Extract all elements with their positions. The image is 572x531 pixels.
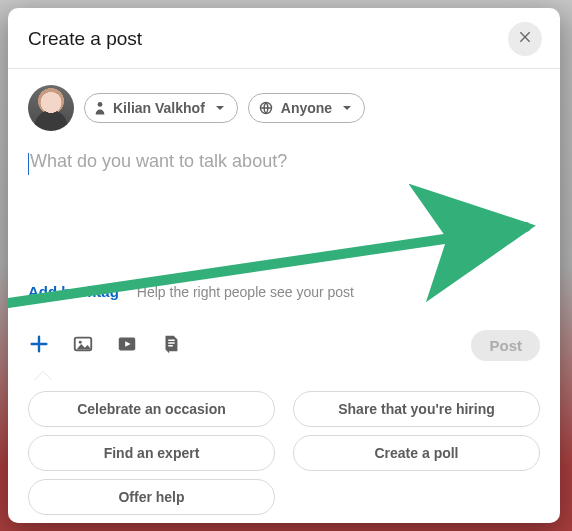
close-icon [517, 29, 533, 49]
person-icon [95, 101, 105, 115]
add-video-button[interactable] [116, 335, 138, 357]
hashtag-hint: Help the right people see your post [137, 284, 354, 300]
author-name: Kilian Valkhof [113, 100, 205, 116]
video-icon [116, 333, 138, 359]
audience-select[interactable]: Anyone [248, 93, 365, 123]
suggestion-chip[interactable]: Create a poll [293, 435, 540, 471]
popover-pointer [34, 372, 52, 381]
author-select[interactable]: Kilian Valkhof [84, 93, 238, 123]
text-caret [28, 153, 29, 175]
image-icon [72, 333, 94, 359]
add-document-button[interactable] [160, 335, 182, 357]
modal-header: Create a post [8, 8, 560, 69]
textarea-placeholder: What do you want to talk about? [30, 151, 287, 172]
media-icons [28, 335, 182, 357]
svg-point-4 [79, 340, 82, 343]
audience-label: Anyone [281, 100, 332, 116]
modal-title: Create a post [28, 28, 142, 50]
avatar [28, 85, 74, 131]
svg-point-0 [98, 102, 103, 107]
suggestion-chip[interactable]: Offer help [28, 479, 275, 515]
globe-icon [259, 101, 273, 115]
create-post-modal: Create a post Kilian Valkhof [8, 8, 560, 523]
hashtag-row: Add hashtag Help the right people see yo… [28, 283, 540, 300]
close-button[interactable] [508, 22, 542, 56]
action-row: Post [28, 330, 540, 361]
plus-icon [28, 333, 50, 359]
suggestion-chip[interactable]: Share that you're hiring [293, 391, 540, 427]
add-image-button[interactable] [72, 335, 94, 357]
modal-body: Kilian Valkhof Anyone What do you want t… [8, 69, 560, 523]
suggestion-chip[interactable]: Find an expert [28, 435, 275, 471]
caret-down-icon [215, 103, 225, 113]
caret-down-icon [342, 103, 352, 113]
document-icon [160, 333, 182, 359]
add-hashtag-button[interactable]: Add hashtag [28, 283, 119, 300]
post-textarea[interactable]: What do you want to talk about? [28, 151, 540, 243]
suggestion-chips: Celebrate an occasion Share that you're … [28, 380, 540, 523]
add-more-button[interactable] [28, 335, 50, 357]
post-button[interactable]: Post [471, 330, 540, 361]
suggestion-chip[interactable]: Celebrate an occasion [28, 391, 275, 427]
author-row: Kilian Valkhof Anyone [28, 85, 540, 131]
